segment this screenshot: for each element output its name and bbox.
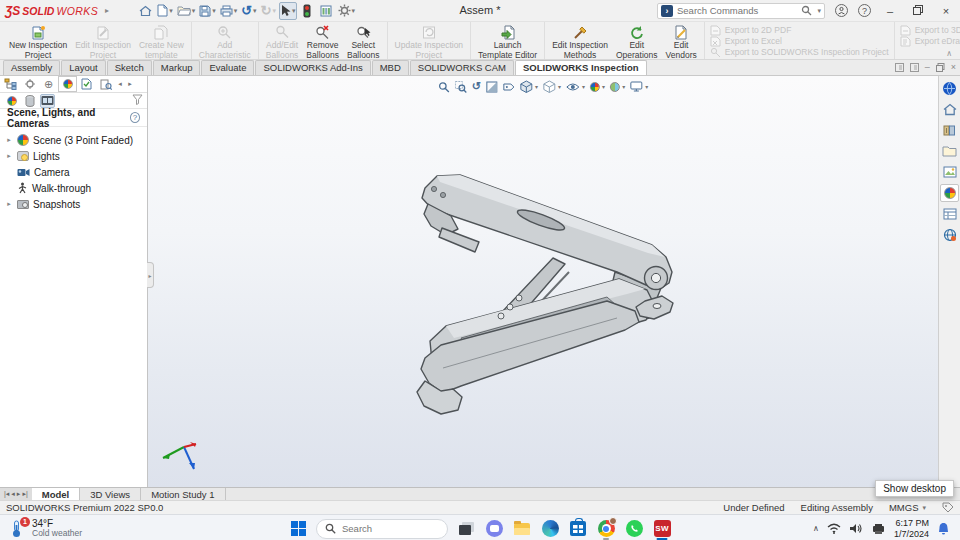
solidworks-app-button[interactable]: SW bbox=[652, 518, 672, 540]
view-palette-button[interactable] bbox=[940, 163, 959, 181]
tab-sketch[interactable]: Sketch bbox=[107, 60, 152, 75]
solidworks-forum-button[interactable] bbox=[940, 226, 959, 244]
units-selector[interactable]: MMGS▾ bbox=[889, 502, 926, 513]
file-explorer-button[interactable] bbox=[512, 518, 532, 540]
tab-nav-controls[interactable]: |◂◂▸▸| bbox=[0, 488, 32, 500]
inspection-manager-tab[interactable] bbox=[96, 76, 115, 92]
export-excel-icon bbox=[710, 36, 721, 47]
taskbar-clock[interactable]: 6:17 PM 1/7/2024 bbox=[894, 518, 929, 540]
edit-inspection-methods-button[interactable]: Edit InspectionMethods bbox=[548, 23, 612, 58]
tree-item-lights[interactable]: ▸ Lights bbox=[0, 148, 147, 164]
restore-button[interactable] bbox=[909, 5, 927, 17]
print-button[interactable]: ▾ bbox=[219, 2, 239, 20]
filter-button[interactable] bbox=[132, 94, 143, 107]
teams-chat-button[interactable] bbox=[484, 518, 504, 540]
tab-solidworks-cam[interactable]: SOLIDWORKS CAM bbox=[410, 60, 514, 75]
tab-scroll-left-icon[interactable]: ◂ bbox=[115, 80, 125, 88]
appearances-scenes-button[interactable] bbox=[940, 184, 959, 202]
stapler-model[interactable] bbox=[148, 76, 938, 487]
ribbon-collapse-chevron[interactable]: ∧ bbox=[946, 49, 952, 58]
pane-toggle-icon[interactable] bbox=[895, 63, 904, 72]
doc-minimize-button[interactable]: – bbox=[925, 62, 930, 72]
command-search[interactable]: › ▾ bbox=[657, 3, 825, 19]
select-tool-button[interactable]: ▾ bbox=[279, 2, 297, 20]
tab-assembly[interactable]: Assembly bbox=[3, 60, 60, 75]
panel-help-icon[interactable]: ? bbox=[130, 112, 140, 123]
custom-properties-button[interactable] bbox=[940, 205, 959, 223]
tab-scroll-right-icon[interactable]: ▸ bbox=[125, 80, 135, 88]
appearance-view-button[interactable] bbox=[4, 94, 19, 108]
scene-view-button[interactable] bbox=[22, 94, 37, 108]
undo-button[interactable]: ↺▾ bbox=[240, 2, 257, 20]
home-button[interactable] bbox=[137, 2, 154, 20]
rebuild-button[interactable] bbox=[299, 2, 316, 20]
tree-item-scene[interactable]: ▸ Scene (3 Point Faded) bbox=[0, 132, 147, 148]
save-button[interactable]: ▾ bbox=[198, 2, 217, 20]
edit-operations-button[interactable]: EditOperations bbox=[612, 23, 662, 58]
options-button[interactable]: ▾ bbox=[337, 2, 357, 20]
hidden-icons-chevron[interactable]: ∧ bbox=[813, 524, 819, 533]
doc-restore-button[interactable] bbox=[936, 63, 945, 72]
pane-toggle2-icon[interactable] bbox=[910, 63, 919, 72]
tree-item-walkthrough[interactable]: Walk-through bbox=[0, 180, 147, 196]
file-properties-button[interactable] bbox=[318, 2, 335, 20]
user-account-icon[interactable] bbox=[835, 4, 848, 17]
update-inspection-project-icon bbox=[422, 25, 436, 40]
filmstrip-view-button[interactable] bbox=[40, 94, 55, 108]
wifi-icon[interactable] bbox=[827, 523, 841, 534]
gear-icon bbox=[338, 4, 351, 17]
whatsapp-button[interactable] bbox=[624, 518, 644, 540]
graphics-viewport[interactable]: ▸ ↺ ▾ ▾ ▾ ▾ ▾ ▾ bbox=[148, 76, 938, 487]
edit-inspection-project-button: Edit InspectionProject bbox=[71, 23, 135, 58]
design-library-button[interactable] bbox=[940, 121, 959, 139]
3dexperience-button[interactable] bbox=[940, 79, 959, 97]
tab-evaluate[interactable]: Evaluate bbox=[201, 60, 254, 75]
cam-manager-tab[interactable] bbox=[77, 76, 96, 92]
dimxpert-manager-tab[interactable]: ⊕ bbox=[39, 76, 58, 92]
tab-solidworks-inspection[interactable]: SOLIDWORKS Inspection bbox=[515, 60, 647, 75]
3d-views-tab[interactable]: 3D Views bbox=[80, 488, 141, 500]
scene-tree: ▸ Scene (3 Point Faded) ▸ Lights Camera … bbox=[0, 127, 147, 217]
edge-button[interactable] bbox=[540, 518, 560, 540]
volume-icon[interactable] bbox=[849, 523, 863, 534]
help-icon[interactable]: ? bbox=[858, 4, 871, 17]
new-inspection-project-button[interactable]: New InspectionProject bbox=[5, 23, 71, 58]
edit-vendors-button[interactable]: EditVendors bbox=[662, 23, 701, 58]
search-scope-caret[interactable]: ▾ bbox=[817, 7, 821, 15]
tag-icon[interactable] bbox=[942, 502, 954, 513]
task-view-button[interactable] bbox=[456, 518, 476, 540]
solidworks-running-indicator bbox=[657, 538, 668, 540]
search-commands-input[interactable] bbox=[677, 5, 797, 16]
minimize-button[interactable]: – bbox=[881, 5, 899, 17]
launch-template-editor-button[interactable]: LaunchTemplate Editor bbox=[474, 23, 541, 58]
notification-bell-icon[interactable] bbox=[937, 522, 950, 536]
weather-widget[interactable]: 1 34°F Cold weather bbox=[10, 518, 82, 538]
display-manager-tab[interactable] bbox=[58, 76, 77, 92]
tab-solidworks-add-ins[interactable]: SOLIDWORKS Add-Ins bbox=[255, 60, 370, 75]
solidworks-resources-button[interactable] bbox=[940, 100, 959, 118]
taskbar-search-input[interactable] bbox=[342, 523, 439, 534]
close-button[interactable]: × bbox=[937, 5, 955, 17]
open-document-button[interactable]: ▾ bbox=[176, 2, 197, 20]
ribbon-group-edit: Edit InspectionMethods EditOperations Ed… bbox=[545, 22, 705, 59]
doc-close-button[interactable]: × bbox=[951, 62, 956, 72]
start-button[interactable] bbox=[288, 518, 308, 540]
microsoft-store-button[interactable] bbox=[568, 518, 588, 540]
tree-item-snapshots[interactable]: ▸ Snapshots bbox=[0, 196, 147, 212]
tab-markup[interactable]: Markup bbox=[153, 60, 201, 75]
select-balloons-button[interactable]: SelectBalloons bbox=[343, 23, 384, 58]
new-document-button[interactable]: ▾ bbox=[156, 2, 174, 20]
motion-study-tab[interactable]: Motion Study 1 bbox=[141, 488, 225, 500]
tab-layout[interactable]: Layout bbox=[61, 60, 106, 75]
chrome-button[interactable] bbox=[596, 518, 616, 540]
menu-flyout-icon[interactable]: ▸ bbox=[105, 6, 109, 15]
taskbar-search[interactable] bbox=[316, 519, 448, 539]
feature-manager-tab[interactable] bbox=[1, 76, 20, 92]
tab-mbd[interactable]: MBD bbox=[372, 60, 409, 75]
remove-balloons-button[interactable]: RemoveBalloons bbox=[302, 23, 343, 58]
tree-item-camera[interactable]: Camera bbox=[0, 164, 147, 180]
file-explorer-button[interactable] bbox=[940, 142, 959, 160]
printer-icon[interactable] bbox=[871, 523, 886, 534]
model-tab[interactable]: Model bbox=[32, 488, 80, 500]
property-manager-tab[interactable] bbox=[20, 76, 39, 92]
